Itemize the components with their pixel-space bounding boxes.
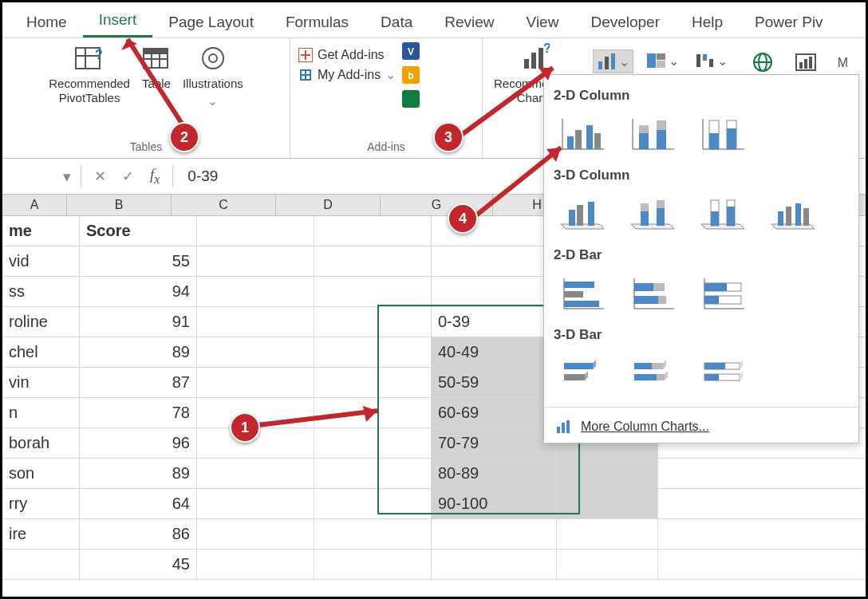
- name-box-dropdown-icon[interactable]: ▾: [58, 167, 76, 186]
- insert-pivotchart-button[interactable]: [791, 49, 822, 75]
- tab-data[interactable]: Data: [365, 9, 428, 37]
- svg-rect-47: [639, 133, 649, 149]
- cell-score[interactable]: 55: [80, 246, 197, 276]
- svg-rect-86: [658, 296, 666, 304]
- cell-name[interactable]: vid: [2, 246, 80, 276]
- 3d-stacked-column-option[interactable]: [624, 191, 683, 236]
- formula-bar-value[interactable]: 0-39: [178, 167, 218, 185]
- header-score[interactable]: Score: [80, 216, 197, 246]
- svg-rect-24: [605, 57, 609, 69]
- insert-hierarchy-chart-button[interactable]: ⌄: [643, 49, 682, 72]
- cell-score[interactable]: 94: [80, 277, 197, 306]
- svg-rect-74: [795, 203, 801, 226]
- svg-rect-36: [799, 62, 803, 69]
- svg-marker-96: [585, 371, 588, 380]
- svg-rect-107: [704, 374, 719, 380]
- svg-rect-56: [727, 128, 736, 149]
- cell-name[interactable]: ss: [2, 277, 80, 306]
- tab-formulas[interactable]: Formulas: [270, 9, 365, 37]
- svg-rect-109: [557, 427, 560, 433]
- svg-text:?: ?: [95, 48, 103, 61]
- cell-name[interactable]: vin: [2, 368, 80, 397]
- svg-rect-92: [704, 296, 719, 304]
- 3d-100-stacked-column-option[interactable]: [694, 191, 753, 236]
- insert-function-button[interactable]: fx: [142, 166, 168, 187]
- cell-score[interactable]: 91: [80, 307, 197, 337]
- illustrations-icon: [198, 43, 228, 73]
- tab-power-pivot[interactable]: Power Piv: [739, 9, 839, 37]
- stacked-column-option[interactable]: [624, 112, 683, 156]
- callout-badge-1: 1: [230, 412, 260, 443]
- column-chart-dropdown: 2-D Column 3-D Column 2-D Bar 3-D Bar: [543, 74, 859, 443]
- cell-name[interactable]: roline: [2, 307, 80, 337]
- svg-rect-18: [402, 90, 420, 108]
- 3d-clustered-bar-option[interactable]: [554, 351, 613, 396]
- callout-badge-4: 4: [448, 203, 478, 234]
- cell-score[interactable]: 64: [80, 489, 197, 518]
- svg-text:?: ?: [543, 43, 550, 55]
- more-column-charts-button[interactable]: More Column Charts...: [554, 414, 849, 438]
- tab-review[interactable]: Review: [428, 9, 510, 37]
- cell-score[interactable]: 96: [80, 428, 197, 458]
- svg-rect-68: [711, 211, 719, 226]
- cell-name[interactable]: chel: [2, 337, 80, 367]
- cell-score[interactable]: 78: [80, 398, 197, 428]
- svg-rect-63: [641, 203, 649, 211]
- svg-rect-70: [727, 207, 735, 226]
- clustered-bar-option[interactable]: [554, 271, 613, 316]
- visio-addin-icon[interactable]: V: [402, 42, 420, 60]
- 3d-column-option[interactable]: [764, 191, 823, 236]
- tab-developer[interactable]: Developer: [574, 9, 676, 37]
- svg-rect-54: [709, 133, 719, 149]
- cell-name[interactable]: n: [2, 398, 80, 428]
- section-2d-bar: 2-D Bar: [554, 247, 849, 263]
- svg-rect-62: [641, 211, 649, 226]
- chevron-down-icon: ⌄: [669, 53, 679, 69]
- svg-rect-72: [778, 211, 783, 226]
- 100-stacked-column-option[interactable]: [694, 112, 753, 156]
- cell-name[interactable]: ire: [2, 519, 80, 549]
- insert-maps-button[interactable]: [748, 49, 777, 75]
- cell-score[interactable]: 89: [80, 459, 197, 488]
- col-header-b[interactable]: B: [67, 195, 172, 215]
- cell-score[interactable]: 87: [80, 368, 197, 397]
- column-chart-icon: [597, 52, 617, 71]
- tab-home[interactable]: Home: [10, 9, 83, 37]
- col-header-d[interactable]: D: [276, 195, 381, 215]
- insert-column-chart-button[interactable]: ⌄: [593, 49, 633, 73]
- callout-arrow-2: [118, 28, 198, 132]
- insert-waterfall-chart-button[interactable]: ⌄: [692, 49, 731, 72]
- svg-rect-49: [657, 130, 666, 149]
- cancel-formula-button[interactable]: ✕: [86, 167, 114, 185]
- tab-help[interactable]: Help: [676, 9, 739, 37]
- bing-addin-icon[interactable]: b: [402, 66, 420, 84]
- enter-formula-button[interactable]: ✓: [114, 167, 142, 185]
- 100-stacked-bar-option[interactable]: [694, 271, 753, 316]
- svg-rect-38: [809, 57, 812, 69]
- stacked-bar-option[interactable]: [624, 271, 683, 316]
- 3d-100-stacked-bar-option[interactable]: [694, 351, 753, 396]
- col-header-a[interactable]: A: [2, 195, 67, 215]
- svg-point-9: [203, 48, 223, 69]
- cell-name[interactable]: rry: [2, 489, 80, 518]
- cell-name[interactable]: son: [2, 459, 80, 488]
- cell-score[interactable]: 45: [80, 550, 197, 579]
- col-header-c[interactable]: C: [172, 195, 276, 215]
- header-name[interactable]: me: [2, 216, 80, 246]
- svg-rect-73: [786, 207, 791, 226]
- ribbon-more-label: M: [831, 49, 848, 70]
- svg-rect-75: [803, 208, 809, 226]
- globe-icon: [752, 51, 774, 73]
- cell-score[interactable]: 89: [80, 337, 197, 367]
- cell-name[interactable]: borah: [2, 428, 80, 458]
- svg-marker-102: [665, 371, 668, 380]
- people-addin-icon[interactable]: [402, 90, 420, 108]
- tab-view[interactable]: View: [511, 9, 575, 37]
- cell-name[interactable]: [2, 550, 80, 579]
- svg-rect-78: [564, 282, 594, 288]
- callout-arrow-4: [465, 138, 577, 226]
- svg-rect-44: [594, 133, 601, 149]
- svg-rect-29: [696, 54, 700, 67]
- cell-score[interactable]: 86: [80, 519, 197, 549]
- 3d-stacked-bar-option[interactable]: [624, 351, 683, 396]
